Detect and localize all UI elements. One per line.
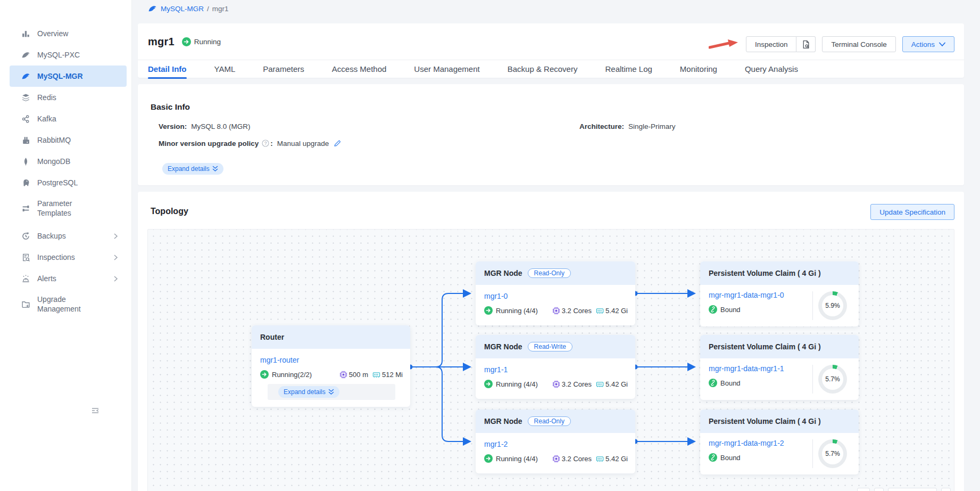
sidebar-item-mysql-pxc[interactable]: MySQL-PXC [10,44,127,66]
usage-percent-label: 5.9% [825,302,840,309]
pvc-name-link[interactable]: mgr-mgr1-data-mgr1-2 [709,439,784,447]
sidebar-item-overview[interactable]: Overview [10,23,127,44]
instance-header-card: mgr1 Running Inspection Terminal Console… [138,23,964,78]
sidebar-item-upgrade-management[interactable]: Upgrade Management [10,289,127,319]
tab-yaml[interactable]: YAML [214,60,236,78]
dolphin-icon [21,72,30,81]
pvc-card[interactable]: Persistent Volume Claim ( 4 Gi ) mgr-mgr… [700,335,859,400]
sliders-icon [21,204,30,213]
tab-detail-info[interactable]: Detail Info [148,60,187,78]
mgr-node-card[interactable]: MGR NodeRead-Only mgr1-0 Running (4/4) 3… [476,261,635,325]
canvas-control-button[interactable] [941,488,951,491]
sidebar-item-mongodb[interactable]: MongoDB [10,151,127,172]
sidebar-item-parameter-templates[interactable]: Parameter Templates [10,193,127,223]
router-expand-details-button[interactable]: Expand details [278,386,339,398]
pvc-card-body: mgr-mgr1-data-mgr1-0 Bound 5. [700,285,859,326]
pvc-card-body: mgr-mgr1-data-mgr1-2 Bound 5. [700,433,859,474]
help-question-icon[interactable]: ? [262,140,269,147]
router-name-link[interactable]: mgr1-router [260,356,299,364]
main-area: MySQL-MGR / mgr1 mgr1 Running Inspection… [132,0,980,491]
dolphin-icon [21,51,30,60]
architecture-field: Architecture: Single-Primary [579,122,676,130]
update-specification-button[interactable]: Update Specification [870,204,954,220]
pvc-info: mgr-mgr1-data-mgr1-2 Bound [709,437,812,470]
pvc-card[interactable]: Persistent Volume Claim ( 4 Gi ) mgr-mgr… [700,261,859,326]
folder-gear-icon [21,300,30,309]
pvc-status-text: Bound [720,379,741,387]
canvas-control-button[interactable] [874,488,884,491]
canvas-control-button[interactable] [857,488,870,491]
tab-backup-recovery[interactable]: Backup & Recovery [508,60,578,78]
mgr-node-status-row: Running (4/4) 3.2 Cores 5.42 Gi [484,380,628,388]
bound-link-icon [709,379,717,387]
upgrade-policy-value: Manual upgrade [277,140,329,148]
mgr-node-status: Running (4/4) [484,306,538,315]
router-expand-details-label: Expand details [284,388,326,396]
sidebar-item-alerts[interactable]: Alerts [10,268,127,289]
canvas-control-slider[interactable] [888,488,937,491]
mgr-node-name-link[interactable]: mgr1-0 [484,292,508,300]
tab-realtime-log[interactable]: Realtime Log [605,60,652,78]
version-value: MySQL 8.0 (MGR) [191,122,250,130]
edit-pencil-icon[interactable] [333,139,342,148]
tab-query-analysis[interactable]: Query Analysis [745,60,798,78]
sidebar-item-backups[interactable]: Backups [10,225,127,247]
pvc-name-link[interactable]: mgr-mgr1-data-mgr1-1 [709,364,784,373]
document-search-icon [801,40,810,49]
chevron-right-icon [113,276,119,282]
mgr-node-card[interactable]: MGR NodeRead-Only mgr1-2 Running (4/4) 3… [476,410,635,473]
mgr-node-name-link[interactable]: mgr1-1 [484,365,508,374]
sidebar-item-kafka[interactable]: Kafka [10,108,127,129]
expand-details-button[interactable]: Expand details [162,163,223,175]
pvc-card[interactable]: Persistent Volume Claim ( 4 Gi ) mgr-mgr… [700,410,859,474]
layers-icon [21,93,30,102]
sidebar-item-rabbitmq[interactable]: RabbitMQ [10,129,127,151]
actions-button[interactable]: Actions [902,36,954,52]
sidebar-item-mysql-mgr[interactable]: MySQL-MGR [10,66,127,87]
router-node-card[interactable]: Router mgr1-router Running(2/2) 500 m [252,325,410,407]
sidebar-item-label: Upgrade Management [37,294,107,314]
cpu-chip-icon [552,455,560,463]
pvc-card-header: Persistent Volume Claim ( 4 Gi ) [700,410,859,433]
mgr-node-status-text: Running (4/4) [496,307,538,315]
architecture-value: Single-Primary [628,122,676,130]
terminal-console-button[interactable]: Terminal Console [822,36,895,52]
cpu-chip-icon [339,371,347,379]
topology-canvas[interactable]: Router mgr1-router Running(2/2) 500 m [147,229,954,491]
tab-monitoring[interactable]: Monitoring [680,60,717,78]
tab-parameters[interactable]: Parameters [263,60,304,78]
upgrade-policy-label: Minor version upgrade policy [159,140,259,148]
cpu-chip-icon [552,380,560,388]
sidebar-item-inspections[interactable]: Inspections [10,247,127,268]
running-status-icon [484,306,493,315]
pvc-name-link[interactable]: mgr-mgr1-data-mgr1-0 [709,291,784,299]
pvc-status: Bound [709,379,741,387]
sidebar-item-label: Overview [37,29,68,38]
canvas-zoom-controls[interactable] [857,488,951,491]
sidebar: Overview MySQL-PXC MySQL-MGR Redis Kafka… [0,0,132,491]
memory-ram-icon [596,455,604,463]
usage-donut-chart: 5.9% [818,291,847,320]
breadcrumb-app-link[interactable]: MySQL-MGR [161,5,204,13]
mgr-node-header: MGR NodeRead-Only [476,261,635,285]
inspection-button-group: Inspection [746,36,816,52]
collapse-sidebar-icon[interactable] [90,406,100,415]
router-expand-strip: Expand details [268,384,395,400]
sidebar-item-redis[interactable]: Redis [10,87,127,108]
usage-donut-chart: 5.7% [818,439,847,468]
upgrade-policy-colon: : [270,140,273,148]
sidebar-item-postgresql[interactable]: PostgreSQL [10,172,127,193]
mgr-node-metrics: 3.2 Cores 5.42 Gi [552,307,628,315]
tab-user-management[interactable]: User Management [414,60,479,78]
tab-access-method[interactable]: Access Method [332,60,387,78]
inspection-report-button[interactable] [796,36,816,52]
mgr-node-card[interactable]: MGR NodeRead-Write mgr1-1 Running (4/4) … [476,335,635,399]
mgr-node-name-link[interactable]: mgr1-2 [484,440,508,448]
mgr-node-status: Running (4/4) [484,454,538,463]
running-status-icon [260,370,269,379]
mgr-node-body: mgr1-2 Running (4/4) 3.2 Cores 5.42 Gi [476,433,635,463]
inspection-button[interactable]: Inspection [746,36,797,52]
mgr-node-title: MGR Node [484,269,522,277]
router-card-title: Router [260,333,284,341]
mgr-node-title: MGR Node [484,417,522,425]
